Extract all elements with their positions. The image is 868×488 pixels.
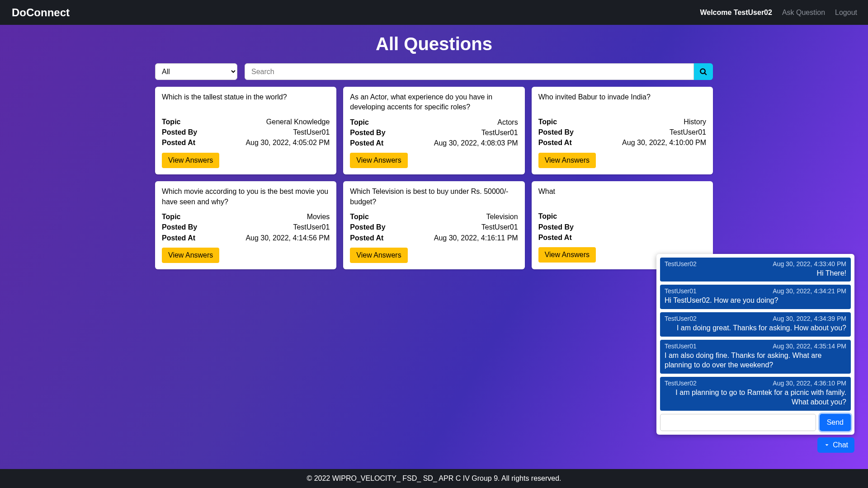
topic-value: Movies [307, 211, 330, 222]
chat-input[interactable] [660, 414, 816, 431]
chevron-down-icon [824, 442, 830, 448]
chat-msg-user: TestUser01 [665, 343, 697, 350]
postedat-value: Aug 30, 2022, 4:14:56 PM [245, 233, 330, 243]
search-input[interactable] [245, 63, 694, 80]
topic-label: Topic [162, 117, 180, 127]
chat-msg-body: Hi TestUser02. How are you doing? [665, 296, 846, 305]
send-button[interactable]: Send [820, 414, 851, 431]
postedby-label: Posted By [350, 222, 385, 232]
view-answers-button[interactable]: View Answers [350, 248, 407, 263]
question-card: Which Television is best to buy under Rs… [343, 181, 524, 269]
svg-point-0 [700, 69, 705, 74]
view-answers-button[interactable]: View Answers [538, 153, 596, 168]
chat-input-row: Send [660, 414, 851, 431]
question-title: Who invited Babur to invade India? [538, 92, 706, 112]
topic-label: Topic [350, 211, 368, 222]
topic-value: Television [486, 211, 518, 222]
chat-message: TestUser01 Aug 30, 2022, 4:34:21 PM Hi T… [660, 285, 851, 309]
view-answers-button[interactable]: View Answers [350, 153, 407, 168]
search-row: All [155, 63, 713, 80]
chat-message: TestUser02 Aug 30, 2022, 4:33:40 PM Hi T… [660, 258, 851, 282]
topic-value: History [684, 117, 706, 127]
footer: © 2022 WIPRO_VELOCITY_ FSD_ SD_ APR C IV… [0, 469, 868, 488]
brand-logo[interactable]: DoConnect [12, 6, 70, 19]
chat-msg-time: Aug 30, 2022, 4:33:40 PM [773, 260, 846, 267]
main-container: All Which is the tallest statue in the w… [155, 63, 713, 269]
question-title: Which is the tallest statue in the world… [162, 92, 330, 112]
postedby-label: Posted By [538, 222, 574, 232]
postedby-label: Posted By [538, 127, 574, 137]
postedby-value: TestUser01 [293, 127, 330, 137]
topic-value: Actors [497, 117, 518, 127]
postedat-label: Posted At [350, 138, 383, 148]
chat-msg-user: TestUser02 [665, 380, 697, 387]
postedby-label: Posted By [162, 127, 197, 137]
chat-msg-body: I am planning to go to Ramtek for a picn… [665, 388, 846, 407]
postedby-label: Posted By [162, 222, 197, 232]
chat-msg-time: Aug 30, 2022, 4:34:21 PM [773, 287, 846, 295]
postedby-value: TestUser01 [670, 127, 706, 137]
chat-message: TestUser02 Aug 30, 2022, 4:36:10 PM I am… [660, 377, 851, 411]
topic-label: Topic [538, 211, 557, 221]
question-title: What [538, 187, 706, 206]
category-select[interactable]: All [155, 63, 237, 80]
chat-toggle-label: Chat [833, 441, 848, 449]
chat-msg-user: TestUser02 [665, 315, 697, 322]
question-card: Which movie according to you is the best… [155, 181, 336, 269]
view-answers-button[interactable]: View Answers [162, 248, 219, 263]
postedby-value: TestUser01 [481, 127, 518, 138]
postedat-label: Posted At [538, 232, 572, 243]
welcome-text: Welcome TestUser02 [700, 9, 772, 17]
chat-msg-body: I am also doing fine. Thanks for asking.… [665, 351, 846, 370]
question-card: As an Actor, what experience do you have… [343, 87, 524, 174]
postedby-value: TestUser01 [481, 222, 518, 232]
chat-message: TestUser01 Aug 30, 2022, 4:35:14 PM I am… [660, 340, 851, 374]
postedat-label: Posted At [538, 137, 572, 148]
postedat-label: Posted At [350, 233, 383, 243]
view-answers-button[interactable]: View Answers [538, 247, 596, 263]
ask-question-link[interactable]: Ask Question [782, 9, 825, 17]
topic-value: General Knowledge [266, 117, 330, 127]
chat-msg-user: TestUser01 [665, 287, 697, 295]
questions-grid: Which is the tallest statue in the world… [155, 87, 713, 269]
search-button[interactable] [694, 63, 713, 80]
question-card: Who invited Babur to invade India? Topic… [532, 87, 713, 174]
chat-msg-time: Aug 30, 2022, 4:34:39 PM [773, 315, 846, 322]
postedat-value: Aug 30, 2022, 4:16:11 PM [434, 233, 518, 243]
postedat-value: Aug 30, 2022, 4:10:00 PM [622, 137, 706, 148]
logout-link[interactable]: Logout [835, 9, 857, 17]
search-wrap [245, 63, 713, 80]
postedby-value: TestUser01 [293, 222, 330, 232]
chat-msg-body: Hi There! [665, 268, 846, 278]
navbar: DoConnect Welcome TestUser02 Ask Questio… [0, 0, 868, 25]
chat-msg-time: Aug 30, 2022, 4:36:10 PM [773, 380, 846, 387]
footer-text: © 2022 WIPRO_VELOCITY_ FSD_ SD_ APR C IV… [307, 474, 561, 483]
question-title: As an Actor, what experience do you have… [350, 92, 518, 113]
view-answers-button[interactable]: View Answers [162, 153, 219, 168]
question-card: Which is the tallest statue in the world… [155, 87, 336, 174]
chat-message: TestUser02 Aug 30, 2022, 4:34:39 PM I am… [660, 312, 851, 337]
chat-msg-body: I am doing great. Thanks for asking. How… [665, 323, 846, 333]
page-title: All Questions [0, 34, 868, 54]
postedby-label: Posted By [350, 127, 385, 138]
postedat-value: Aug 30, 2022, 4:08:03 PM [434, 138, 518, 148]
postedat-value: Aug 30, 2022, 4:05:02 PM [245, 137, 330, 148]
topic-label: Topic [538, 117, 557, 127]
chat-panel: TestUser02 Aug 30, 2022, 4:33:40 PM Hi T… [656, 254, 854, 435]
question-title: Which Television is best to buy under Rs… [350, 187, 518, 207]
chat-msg-time: Aug 30, 2022, 4:35:14 PM [773, 343, 846, 350]
chat-msg-user: TestUser02 [665, 260, 697, 267]
topic-label: Topic [162, 211, 180, 222]
topic-label: Topic [350, 117, 368, 127]
question-title: Which movie according to you is the best… [162, 187, 330, 207]
postedat-label: Posted At [162, 137, 195, 148]
postedat-label: Posted At [162, 233, 195, 243]
svg-line-1 [704, 73, 707, 75]
search-icon [699, 68, 708, 76]
nav-right: Welcome TestUser02 Ask Question Logout [700, 9, 857, 17]
chat-toggle-button[interactable]: Chat [817, 437, 854, 453]
